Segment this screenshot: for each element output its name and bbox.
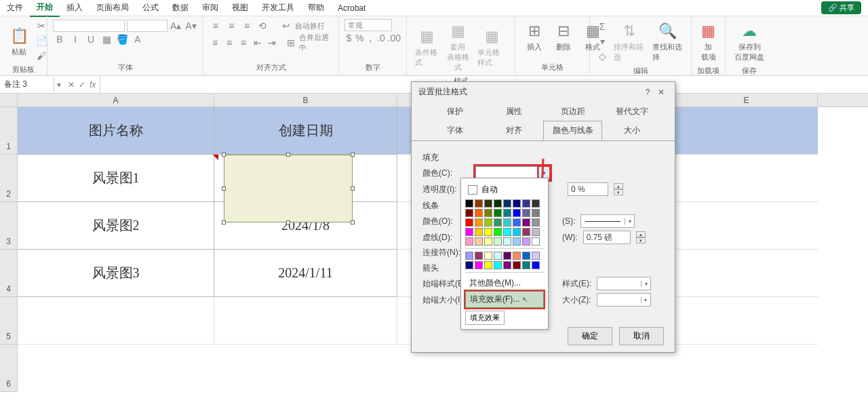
- align-mid-icon[interactable]: ≡: [224, 19, 238, 33]
- fill-effects-button[interactable]: 填充效果: [465, 311, 505, 325]
- cancel-formula-icon[interactable]: ✕: [68, 80, 75, 90]
- cell-a5[interactable]: [18, 297, 214, 345]
- auto-color-label[interactable]: 自动: [481, 184, 498, 195]
- align-right-icon[interactable]: ≡: [237, 36, 250, 50]
- color-swatch[interactable]: [465, 228, 473, 236]
- color-swatch[interactable]: [494, 218, 502, 227]
- font-family-select[interactable]: [53, 20, 125, 32]
- menu-formula[interactable]: 公式: [136, 0, 165, 16]
- fill-color-icon[interactable]: 🪣: [115, 33, 129, 46]
- color-swatch[interactable]: [465, 261, 473, 269]
- row-header-6[interactable]: 6: [0, 345, 18, 392]
- color-swatch[interactable]: [494, 237, 502, 246]
- row-header-1[interactable]: 1: [0, 107, 18, 155]
- menu-help[interactable]: 帮助: [301, 0, 331, 16]
- color-swatch[interactable]: [465, 218, 473, 227]
- color-swatch[interactable]: [522, 261, 530, 269]
- cell-a4[interactable]: 风景图3: [18, 250, 214, 297]
- align-center-icon[interactable]: ≡: [223, 36, 235, 50]
- bold-icon[interactable]: B: [53, 33, 66, 46]
- row-header-3[interactable]: 3: [0, 202, 18, 250]
- transparency-spinner[interactable]: ▴▾: [614, 183, 623, 195]
- menu-acrobat[interactable]: Acrobat: [331, 1, 372, 16]
- merge-icon[interactable]: ⊞: [285, 36, 297, 50]
- comment-box[interactable]: [224, 155, 353, 222]
- color-swatch[interactable]: [522, 218, 530, 227]
- color-swatch[interactable]: [503, 199, 511, 208]
- tab-align[interactable]: 对齐: [484, 121, 543, 140]
- color-swatch[interactable]: [484, 209, 492, 217]
- color-swatch[interactable]: [475, 209, 483, 217]
- enter-formula-icon[interactable]: ✓: [79, 80, 85, 90]
- color-swatch[interactable]: [475, 199, 483, 208]
- sum-icon[interactable]: Σ: [595, 20, 609, 33]
- weight-spinner[interactable]: ▴▾: [636, 231, 646, 244]
- menu-insert[interactable]: 插入: [60, 0, 90, 16]
- align-bot-icon[interactable]: ≡: [240, 19, 254, 33]
- share-button[interactable]: 🔗 共享: [821, 1, 861, 14]
- font-color-icon[interactable]: A: [131, 33, 144, 46]
- color-swatch[interactable]: [503, 218, 511, 227]
- grow-font-icon[interactable]: A▴: [170, 19, 182, 33]
- font-size-select[interactable]: [127, 20, 167, 32]
- menu-view[interactable]: 视图: [225, 0, 255, 16]
- cell-a2[interactable]: 风景图1: [18, 155, 214, 202]
- table-format-icon[interactable]: ▦: [447, 20, 469, 42]
- color-swatch[interactable]: [513, 237, 521, 246]
- color-swatch[interactable]: [484, 218, 492, 227]
- addin-icon[interactable]: ▦: [698, 20, 719, 42]
- paste-icon[interactable]: 📋: [8, 25, 30, 47]
- color-swatch[interactable]: [503, 252, 511, 260]
- tab-prop[interactable]: 属性: [484, 102, 543, 121]
- color-swatch[interactable]: [513, 199, 521, 208]
- color-swatch[interactable]: [513, 252, 521, 260]
- color-swatch[interactable]: [513, 218, 521, 227]
- copy-icon[interactable]: 📄: [35, 34, 48, 47]
- color-swatch[interactable]: [532, 237, 540, 246]
- insert-cells-icon[interactable]: ⊞: [524, 20, 545, 42]
- tab-alt[interactable]: 替代文字: [602, 102, 661, 121]
- color-swatch[interactable]: [484, 228, 492, 236]
- indent-dec-icon[interactable]: ⇤: [252, 36, 264, 50]
- align-top-icon[interactable]: ≡: [209, 19, 222, 33]
- select-all-corner[interactable]: [0, 94, 18, 106]
- menu-file[interactable]: 文件: [0, 0, 30, 16]
- color-swatch[interactable]: [532, 218, 540, 227]
- cell-b5[interactable]: [214, 297, 397, 345]
- fill-effects-item[interactable]: 填充效果(F)... ↖: [465, 291, 544, 308]
- fill-icon[interactable]: ▾: [595, 35, 609, 48]
- color-swatch[interactable]: [484, 261, 492, 269]
- color-swatch[interactable]: [475, 218, 483, 227]
- color-swatch[interactable]: [503, 209, 511, 217]
- baidu-save-icon[interactable]: ☁: [738, 20, 760, 42]
- menu-dev[interactable]: 开发工具: [255, 0, 301, 16]
- color-swatch[interactable]: [522, 199, 530, 208]
- color-swatch[interactable]: [494, 209, 502, 217]
- indent-inc-icon[interactable]: ⇥: [266, 36, 278, 50]
- help-icon[interactable]: ?: [641, 87, 654, 97]
- percent-icon[interactable]: %: [355, 31, 364, 45]
- wrap-icon[interactable]: ↩: [279, 19, 293, 33]
- namebox-arrow-icon[interactable]: ▾: [54, 80, 64, 90]
- color-swatch[interactable]: [532, 252, 540, 260]
- brush-icon[interactable]: 🖌: [35, 49, 48, 62]
- find-icon[interactable]: 🔍: [656, 20, 678, 42]
- number-format-select[interactable]: 常规: [344, 19, 392, 31]
- color-swatch[interactable]: [522, 237, 530, 246]
- color-swatch[interactable]: [503, 261, 511, 269]
- menu-review[interactable]: 审阅: [195, 0, 225, 16]
- ok-button[interactable]: 确定: [568, 327, 612, 345]
- line-style-dropdown[interactable]: ▾: [580, 214, 635, 228]
- color-swatch[interactable]: [503, 237, 511, 246]
- color-swatch[interactable]: [513, 209, 521, 217]
- auto-swatch[interactable]: [468, 185, 477, 195]
- color-swatch[interactable]: [532, 199, 540, 208]
- color-swatch[interactable]: [494, 261, 502, 269]
- color-swatch[interactable]: [494, 228, 502, 236]
- color-swatch[interactable]: [522, 209, 530, 217]
- tab-protect[interactable]: 保护: [425, 102, 484, 121]
- color-swatch[interactable]: [484, 237, 492, 246]
- col-header-e[interactable]: E: [675, 94, 818, 106]
- tab-size[interactable]: 大小: [602, 121, 661, 140]
- inc-dec-icon[interactable]: .0: [377, 31, 386, 45]
